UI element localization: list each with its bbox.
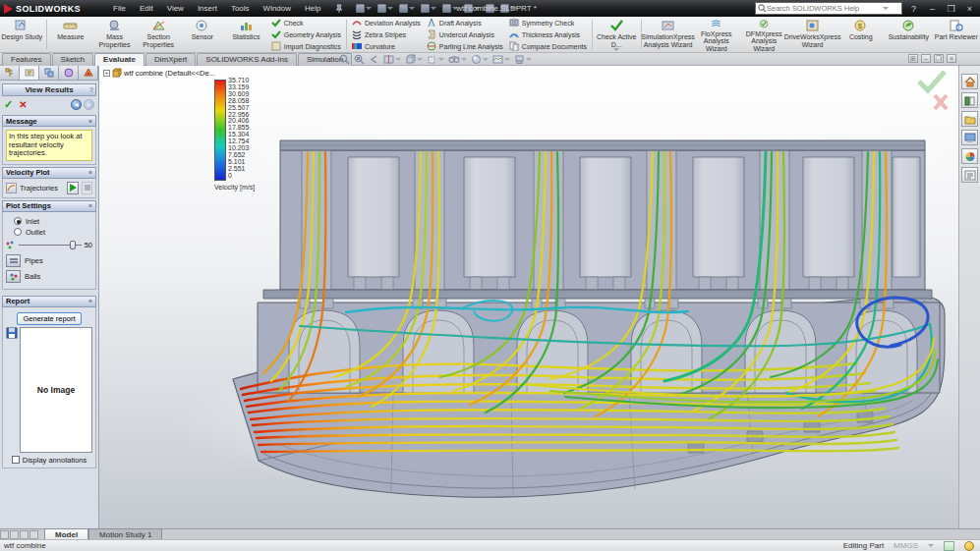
help-search-box[interactable] <box>755 2 902 15</box>
plot-settings-section-header[interactable]: Plot Settings« <box>2 200 96 212</box>
restore-button[interactable]: ❒ <box>944 3 958 15</box>
deviation-analysis-button[interactable]: Deviation Analysis <box>352 18 421 28</box>
graphics-viewport[interactable]: + wtf combine (Default<<De... 35.710 33.… <box>99 66 958 528</box>
close-button[interactable]: × <box>962 3 977 15</box>
velocity-plot-section-header[interactable]: Velocity Plot« <box>2 167 96 179</box>
print-button[interactable] <box>419 3 438 14</box>
custom-properties-tab[interactable] <box>961 167 978 183</box>
menu-view[interactable]: View <box>160 2 191 15</box>
zoom-fit-button[interactable] <box>339 54 350 65</box>
doc-restore-button[interactable]: ❒ <box>934 54 944 63</box>
view-orientation-button[interactable] <box>405 54 423 65</box>
save-image-icon[interactable] <box>6 327 18 339</box>
pane-splitter-button[interactable] <box>10 530 19 539</box>
tab-sketch[interactable]: Sketch <box>52 53 93 66</box>
menu-file[interactable]: File <box>106 2 133 15</box>
pane-splitter-button[interactable] <box>29 530 38 539</box>
message-section-header[interactable]: Message« <box>2 115 96 127</box>
panel-help-icon[interactable]: ? <box>89 86 93 93</box>
pipes-toggle-button[interactable] <box>6 254 21 267</box>
motion-study-tab[interactable]: Motion Study 1 <box>88 528 162 539</box>
display-annotations-checkbox[interactable] <box>12 456 20 464</box>
pane-splitter-button[interactable] <box>20 530 29 539</box>
next-button[interactable]: ► <box>84 99 94 110</box>
play-animation-button[interactable] <box>67 182 79 194</box>
tab-features[interactable]: Features <box>2 53 51 66</box>
chevron-down-icon[interactable] <box>883 7 889 10</box>
confirm-ok-icon[interactable] <box>919 72 945 90</box>
trajectory-count-slider[interactable] <box>19 241 82 249</box>
cancel-button[interactable]: ✕ <box>19 99 27 110</box>
design-library-tab[interactable] <box>961 92 978 108</box>
displaymanager-tab[interactable] <box>79 66 98 80</box>
section-properties-button[interactable]: Section Properties <box>137 17 181 52</box>
edit-appearance-button[interactable] <box>471 54 489 65</box>
dimxpertmanager-tab[interactable] <box>59 66 79 80</box>
dfmxpress-wizard-button[interactable]: DFMXpress Analysis Wizard <box>740 17 788 52</box>
view-settings-button[interactable] <box>514 54 532 65</box>
save-button[interactable] <box>397 3 417 14</box>
menu-tools[interactable]: Tools <box>224 2 257 15</box>
file-explorer-tab[interactable] <box>961 111 978 127</box>
back-button[interactable]: ◄ <box>71 99 82 110</box>
minimize-button[interactable]: – <box>925 3 940 15</box>
doc-cascade-button[interactable]: ⊞ <box>908 54 918 63</box>
design-study-button[interactable]: Design Study <box>0 17 44 52</box>
slider-thumb[interactable] <box>70 241 76 249</box>
feature-tree-overlay[interactable]: + wtf combine (Default<<De... <box>103 68 215 78</box>
doc-minimize-button[interactable]: – <box>921 54 931 63</box>
help-button[interactable]: ? <box>906 3 921 15</box>
custom-properties-status-icon[interactable] <box>944 541 954 551</box>
draft-analysis-button[interactable]: Draft Analysis <box>427 18 503 28</box>
geometry-analysis-button[interactable]: Geometry Analysis <box>271 29 341 39</box>
thickness-analysis-button[interactable]: Thickness Analysis <box>509 29 587 39</box>
parting-line-analysis-button[interactable]: Parting Line Analysis <box>427 41 503 51</box>
check-active-document-button[interactable]: Check Active D... <box>595 17 639 52</box>
driveworksxpress-wizard-button[interactable]: DriveWorksXpress Wizard <box>788 17 837 52</box>
quick-tips-icon[interactable] <box>964 541 974 551</box>
open-document-button[interactable] <box>375 3 395 14</box>
confirm-cancel-icon[interactable] <box>935 95 947 109</box>
menu-window[interactable]: Window <box>257 2 298 15</box>
pane-splitter-button[interactable] <box>0 530 9 539</box>
feature-tree-root-label[interactable]: wtf combine (Default<<De... <box>124 69 215 78</box>
previous-view-button[interactable] <box>369 54 379 65</box>
measure-button[interactable]: Measure <box>49 17 93 52</box>
featuremanager-tree-tab[interactable] <box>0 66 20 80</box>
chevron-down-icon[interactable] <box>928 544 934 547</box>
stop-animation-button[interactable] <box>82 182 92 194</box>
generate-report-button[interactable]: Generate report <box>17 312 83 325</box>
tab-evaluate[interactable]: Evaluate <box>94 53 144 66</box>
compare-documents-button[interactable]: Compare Documents <box>509 41 587 51</box>
outlet-radio[interactable]: Outlet <box>14 228 92 237</box>
report-section-header[interactable]: Report« <box>2 296 96 307</box>
part-reviewer-button[interactable]: Part Reviewer <box>933 17 980 52</box>
balls-toggle-button[interactable] <box>6 270 21 283</box>
mass-properties-button[interactable]: Mass Properties <box>92 17 137 52</box>
configurationmanager-tab[interactable] <box>39 66 59 80</box>
display-style-button[interactable] <box>427 54 444 65</box>
import-diagnostics-button[interactable]: Import Diagnostics <box>271 41 341 51</box>
sensor-button[interactable]: Sensor <box>180 17 224 52</box>
model-tab[interactable]: Model <box>44 528 88 539</box>
status-units[interactable]: MMGS <box>894 541 918 550</box>
tree-expand-icon[interactable]: + <box>103 70 110 77</box>
undercut-analysis-button[interactable]: Undercut Analysis <box>427 29 503 39</box>
new-document-button[interactable] <box>354 3 374 14</box>
appearances-scenes-tab[interactable] <box>961 148 978 164</box>
inlet-radio[interactable]: Inlet <box>14 217 92 226</box>
ok-button[interactable]: ✓ <box>4 98 13 111</box>
apply-scene-button[interactable] <box>492 54 510 65</box>
curvature-button[interactable]: Curvature <box>352 41 421 51</box>
section-view-button[interactable] <box>383 54 401 65</box>
menu-edit[interactable]: Edit <box>133 2 160 15</box>
hide-show-items-button[interactable] <box>448 54 467 65</box>
tab-dimxpert[interactable]: DimXpert <box>145 53 196 66</box>
view-palette-tab[interactable] <box>961 130 978 145</box>
costing-button[interactable]: $ Costing <box>837 17 886 52</box>
propertymanager-tab[interactable] <box>20 66 39 80</box>
doc-close-button[interactable]: × <box>947 54 956 63</box>
zebra-stripes-button[interactable]: Zebra Stripes <box>352 29 421 39</box>
check-button[interactable]: Check <box>271 18 341 28</box>
floxpress-wizard-button[interactable]: FloXpress Analysis Wizard <box>693 17 741 52</box>
